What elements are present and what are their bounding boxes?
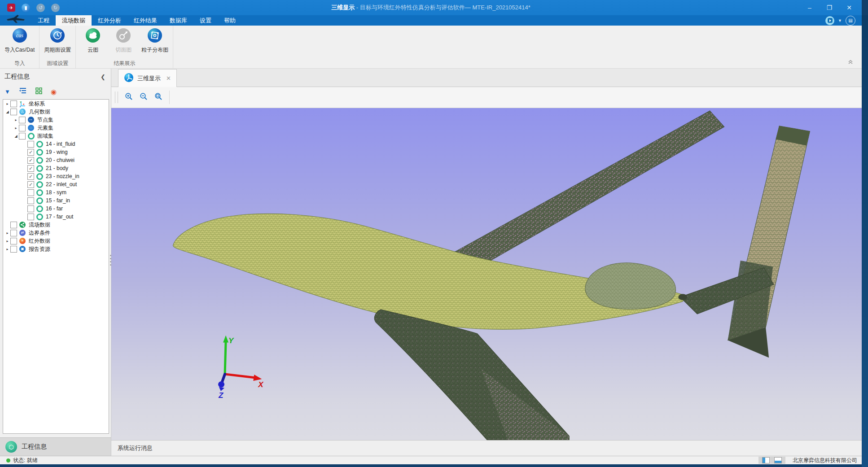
tree-checkbox[interactable] (10, 246, 17, 253)
tab-close-icon[interactable]: ✕ (164, 75, 171, 82)
tree-checkbox[interactable] (19, 117, 26, 123)
tree-checkbox[interactable]: ✓ (27, 173, 34, 180)
collapse-all-icon[interactable] (19, 87, 27, 96)
tree-expander-icon[interactable]: ▸ (4, 247, 10, 251)
cas-import-icon: cas (12, 28, 27, 45)
zoom-out-button[interactable] (138, 92, 149, 103)
tree-checkbox[interactable] (10, 100, 17, 107)
layout-bottom-panel-icon[interactable] (774, 457, 782, 463)
ribbon-button-particle-dist[interactable]: 粒子分布图 (141, 28, 168, 54)
tree-checkbox[interactable]: ✓ (27, 181, 34, 188)
tree-checkbox[interactable]: ✓ (27, 157, 34, 164)
layout-left-panel-icon[interactable] (762, 457, 770, 463)
viewport-3d[interactable]: Y X Z (111, 108, 862, 440)
tree-checkbox[interactable] (10, 109, 17, 115)
filter-icon[interactable]: ▼ (4, 88, 10, 95)
surface-ring-icon (36, 148, 43, 156)
tree-checkbox[interactable]: ✓ (27, 165, 34, 172)
tree-expander-icon[interactable]: ▸ (13, 126, 19, 130)
axis-y-label: Y (228, 337, 234, 345)
tree-label: 23 - nozzle_in (46, 173, 79, 179)
section-view-icon (116, 28, 131, 45)
particle-dist-icon (147, 28, 162, 45)
tree-row[interactable]: ✓23 - nozzle_in (3, 172, 109, 180)
axis-triad (218, 336, 262, 391)
collapse-ribbon-icon[interactable] (847, 58, 854, 66)
tree-row[interactable]: ▸Yzx坐标系 (3, 100, 109, 108)
menu-item-1[interactable]: 工程 (31, 15, 56, 26)
tree-row[interactable]: 17 - far_out (3, 213, 109, 221)
tree-checkbox[interactable] (10, 222, 17, 228)
tree-row[interactable]: ◢面域集 (3, 132, 109, 140)
tree-row[interactable]: ▸●●节点集 (3, 116, 109, 124)
tree-row[interactable]: ▸⇄边界条件 (3, 229, 109, 237)
save-icon[interactable]: ▮ (22, 4, 30, 12)
application-window: ✈ ▮ ↺ ↻ 三维显示 - 目标与环境红外特性仿真分析与评估软件— MTE-I… (0, 0, 862, 464)
boundary-icon: ⇄ (19, 229, 26, 236)
close-button[interactable]: ✕ (839, 0, 859, 15)
menu-item-7[interactable]: 帮助 (218, 15, 242, 26)
video-tutorial-icon[interactable] (825, 16, 834, 25)
tree-row[interactable]: ◢△几何数据 (3, 108, 109, 116)
restore-button[interactable]: ❐ (820, 0, 839, 15)
tree-expander-icon[interactable]: ▸ (4, 239, 10, 243)
tree-checkbox[interactable] (19, 133, 26, 140)
menu-item-4[interactable]: 红外结果 (127, 15, 163, 26)
tree-checkbox[interactable]: ✓ (27, 149, 34, 156)
project-info-bottom-button[interactable]: ⬡ 工程信息 (0, 437, 111, 456)
tree-label: 22 - inlet_out (46, 181, 77, 188)
minimize-button[interactable]: – (800, 0, 820, 15)
tree-row[interactable]: 15 - far_in (3, 196, 109, 205)
tree-row[interactable]: ✓20 - chuiwei (3, 156, 109, 164)
undo-icon[interactable]: ↺ (36, 4, 45, 12)
ribbon-button-cas-import[interactable]: cas导入Cas/Dat (4, 28, 35, 54)
tree-row[interactable]: ▸◌元素集 (3, 124, 109, 132)
tree-row[interactable]: 16 - far (3, 205, 109, 213)
sidebar-collapse-icon[interactable]: ❮ (101, 74, 105, 80)
tree-row[interactable]: ✓21 - body (3, 164, 109, 172)
ribbon-button-cloud-map[interactable]: 云图 (80, 28, 105, 54)
tree-row[interactable]: 14 - int_fluid (3, 140, 109, 148)
redo-icon[interactable]: ↻ (51, 4, 60, 12)
tree-expander-icon[interactable]: ▸ (4, 231, 10, 235)
tree-expander-icon[interactable]: ▸ (13, 118, 19, 122)
tree-checkbox[interactable] (27, 141, 34, 148)
quick-access-toolbar: ✈ ▮ ↺ ↻ (0, 4, 60, 12)
app-logo-icon[interactable]: ✈ (7, 4, 15, 12)
grid-view-icon[interactable] (35, 87, 42, 96)
ribbon-button-section-view: 切面图 (111, 28, 136, 54)
tree-checkbox[interactable] (27, 214, 34, 220)
tab-3d-display[interactable]: 三维显示 ✕ (118, 69, 177, 87)
menu-item-2[interactable]: 流场数据 (56, 15, 92, 26)
ribbon: cas导入Cas/Dat导入周期面设置面域设置云图切面图粒子分布图结果展示 (0, 26, 862, 69)
tab-label: 三维显示 (137, 74, 161, 83)
tree-row[interactable]: ▸▣报告资源 (3, 245, 109, 253)
tree-expander-icon[interactable]: ◢ (13, 134, 19, 138)
tree-expander-icon[interactable]: ◢ (4, 110, 10, 114)
menu-item-3[interactable]: 红外分析 (92, 15, 127, 26)
surface-ring-icon (36, 189, 43, 196)
menu-item-5[interactable]: 数据库 (163, 15, 193, 26)
toolbar-grip[interactable] (115, 92, 118, 103)
tree-expander-icon[interactable]: ▸ (4, 102, 10, 106)
ribbon-button-period-face[interactable]: 周期面设置 (44, 28, 71, 54)
tree-checkbox[interactable] (27, 197, 34, 204)
tree-row[interactable]: 流场数据 (3, 221, 109, 229)
splitter-handle[interactable] (110, 255, 112, 266)
chevron-down-icon[interactable]: ▼ (838, 18, 842, 23)
node-set-icon: ●● (27, 116, 35, 123)
tree-row[interactable]: ✓22 - inlet_out (3, 180, 109, 188)
tree-checkbox[interactable] (10, 230, 17, 236)
menu-item-6[interactable]: 设置 (193, 15, 218, 26)
tree-checkbox[interactable] (19, 125, 26, 131)
tree-checkbox[interactable] (27, 189, 34, 196)
tree-row[interactable]: ▸✳红外数据 (3, 237, 109, 245)
zoom-in-button[interactable] (123, 92, 135, 103)
manual-icon[interactable]: ▤ (846, 16, 855, 26)
tree-checkbox[interactable] (10, 238, 17, 244)
tree-checkbox[interactable] (27, 205, 34, 212)
locate-target-icon[interactable]: ◉ (51, 88, 57, 95)
tree-row[interactable]: ✓19 - wing (3, 148, 109, 156)
zoom-fit-button[interactable] (153, 92, 164, 103)
tree-row[interactable]: 18 - sym (3, 188, 109, 196)
